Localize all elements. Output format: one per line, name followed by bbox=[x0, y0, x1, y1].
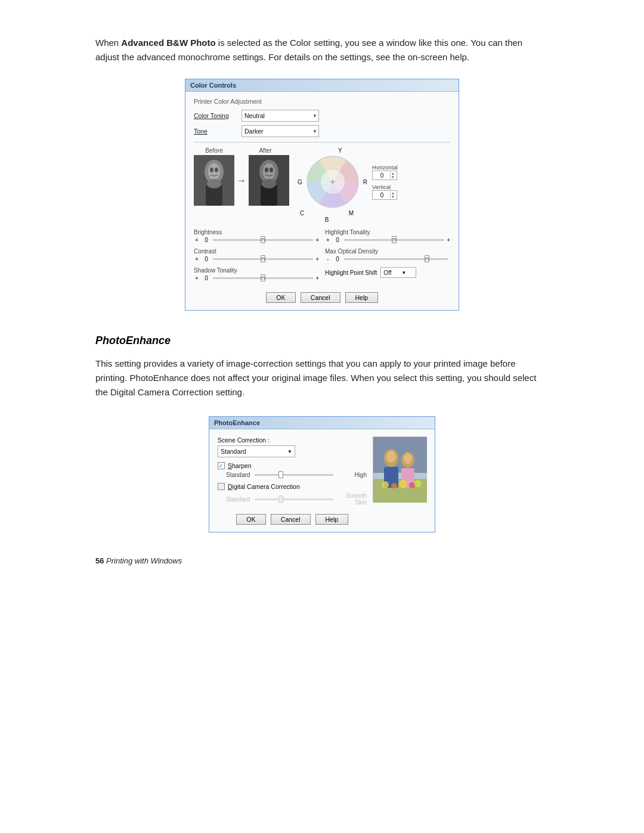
wheel-container: G bbox=[298, 155, 398, 209]
sharpen-track[interactable] bbox=[255, 474, 333, 476]
contrast-sign: + bbox=[194, 256, 200, 262]
contrast-title: Contrast bbox=[194, 248, 319, 255]
contrast-track[interactable]: ⊓ bbox=[213, 258, 313, 260]
tone-row: Tone Darker ▼ bbox=[194, 125, 450, 137]
shadow-thumb[interactable]: ⊓ bbox=[261, 274, 265, 281]
cm-labels: C M bbox=[300, 210, 354, 216]
highlight-point-shift-select[interactable]: Off ▼ bbox=[380, 267, 416, 278]
horizontal-input[interactable]: 0 ▲ ▼ bbox=[372, 171, 397, 180]
digital-camera-checkbox[interactable] bbox=[218, 483, 225, 490]
svg-point-28 bbox=[382, 481, 389, 488]
cc-help-button[interactable]: Help bbox=[345, 292, 379, 303]
contrast-thumb[interactable]: ⊓ bbox=[261, 255, 265, 262]
before-label: Before bbox=[194, 147, 234, 154]
highlight-tonality-title: Highlight Tonality bbox=[325, 229, 450, 236]
color-controls-title: Color Controls bbox=[190, 82, 236, 89]
color-toning-row: Color Toning Neutral ▼ bbox=[194, 110, 450, 122]
svg-point-13 bbox=[262, 179, 276, 188]
color-wheel-section: Y G bbox=[295, 147, 450, 223]
color-toning-label: Color Toning bbox=[194, 112, 242, 119]
scene-correction-row: Scene Correction : Standard ▼ bbox=[218, 436, 367, 457]
scene-correction-label: Scene Correction : bbox=[218, 436, 367, 444]
pe-help-button[interactable]: Help bbox=[315, 514, 349, 525]
horizontal-value: 0 bbox=[374, 172, 390, 179]
scene-correction-arrow-icon: ▼ bbox=[287, 449, 292, 454]
highlight-sign: + bbox=[325, 237, 331, 243]
brightness-thumb[interactable]: ⊓ bbox=[261, 236, 265, 243]
vertical-label: Vertical bbox=[372, 184, 398, 190]
shadow-track[interactable]: ⊓ bbox=[213, 277, 313, 279]
svg-point-4 bbox=[215, 168, 218, 172]
spacer bbox=[237, 147, 243, 154]
vertical-arrows[interactable]: ▲ ▼ bbox=[390, 191, 395, 199]
shadow-tonality-title: Shadow Tonality bbox=[194, 267, 319, 274]
svg-point-9 bbox=[263, 163, 275, 180]
sharpen-checkbox-row: ✓ Sharpen bbox=[218, 462, 367, 469]
tone-value: Darker bbox=[244, 128, 264, 135]
svg-point-2 bbox=[208, 163, 220, 180]
down-arrow[interactable]: ▼ bbox=[391, 175, 395, 179]
sliders-right: Highlight Tonality + 0 ⊓ + Max Optical D… bbox=[325, 229, 450, 286]
vertical-value: 0 bbox=[374, 192, 390, 199]
color-controls-buttons: OK Cancel Help bbox=[194, 292, 450, 303]
brightness-value: 0 bbox=[202, 237, 210, 243]
contrast-slider-row: + 0 ⊓ + bbox=[194, 256, 319, 262]
intro-bold-text: Advanced B&W Photo bbox=[121, 38, 215, 48]
color-toning-select[interactable]: Neutral ▼ bbox=[242, 110, 319, 122]
highlight-point-shift-row: Highlight Point Shift Off ▼ bbox=[325, 267, 450, 278]
tone-select[interactable]: Darker ▼ bbox=[242, 125, 319, 137]
max-density-value: 0 bbox=[333, 256, 342, 262]
scene-correction-select[interactable]: Standard ▼ bbox=[218, 445, 295, 457]
before-photo-svg bbox=[194, 155, 234, 206]
intro-text-before: When bbox=[95, 38, 121, 48]
highlight-value: 0 bbox=[333, 237, 342, 243]
footer-page-number: 56 bbox=[95, 556, 104, 565]
shadow-slider-row: + 0 ⊓ + bbox=[194, 275, 319, 281]
max-density-slider-row: - 0 ⊓ bbox=[325, 256, 450, 262]
sharpen-slider-row: Standard High bbox=[226, 472, 367, 478]
m-label: M bbox=[349, 210, 354, 216]
r-label: R bbox=[363, 179, 367, 185]
sliders-section: Brightness + 0 ⊓ + Contrast + bbox=[194, 229, 450, 286]
down-arrow-v[interactable]: ▼ bbox=[391, 195, 395, 199]
svg-point-32 bbox=[414, 480, 422, 487]
cc-cancel-button[interactable]: Cancel bbox=[301, 292, 340, 303]
shift-arrow-icon: ▼ bbox=[401, 270, 406, 275]
sharpen-thumb[interactable] bbox=[278, 471, 283, 478]
shadow-end: + bbox=[315, 275, 319, 281]
footer: 56 Printing with Windows bbox=[95, 556, 549, 565]
max-density-thumb[interactable]: ⊓ bbox=[425, 255, 429, 262]
b-label: B bbox=[300, 216, 354, 223]
svg-point-10 bbox=[265, 168, 268, 172]
brightness-track[interactable]: ⊓ bbox=[213, 239, 313, 241]
digital-camera-start: Standard bbox=[226, 496, 251, 503]
digital-camera-end: Smooth Skin bbox=[337, 493, 367, 506]
vertical-input[interactable]: 0 ▲ ▼ bbox=[372, 190, 397, 200]
y-label: Y bbox=[338, 147, 342, 154]
pe-ok-button[interactable]: OK bbox=[236, 514, 266, 525]
contrast-value: 0 bbox=[202, 256, 210, 262]
intro-paragraph: When Advanced B&W Photo is selected as t… bbox=[95, 36, 549, 64]
arrow-icon: → bbox=[237, 175, 246, 186]
sharpen-start: Standard bbox=[226, 472, 251, 478]
max-density-sign: - bbox=[325, 256, 331, 262]
digital-camera-thumb bbox=[278, 496, 283, 503]
highlight-thumb[interactable]: ⊓ bbox=[392, 236, 397, 243]
color-controls-body: Printer Color Adjustment Color Toning Ne… bbox=[185, 92, 459, 310]
pe-cancel-button[interactable]: Cancel bbox=[271, 514, 311, 525]
svg-point-3 bbox=[210, 168, 213, 172]
brightness-slider-row: + 0 ⊓ + bbox=[194, 237, 319, 243]
photo-enhance-dialog: PhotoEnhance Scene Correction : Standard… bbox=[209, 416, 435, 532]
vertical-spinner-group: Vertical 0 ▲ ▼ bbox=[372, 184, 398, 200]
pe-buttons: OK Cancel Help bbox=[218, 514, 367, 525]
svg-point-11 bbox=[270, 168, 273, 172]
sharpen-checkbox[interactable]: ✓ bbox=[218, 462, 225, 469]
horizontal-arrows[interactable]: ▲ ▼ bbox=[390, 172, 395, 179]
digital-camera-track bbox=[255, 498, 333, 500]
highlight-track[interactable]: ⊓ bbox=[344, 239, 444, 241]
svg-rect-20 bbox=[373, 437, 427, 473]
max-density-track[interactable]: ⊓ bbox=[344, 258, 448, 260]
shadow-sign: + bbox=[194, 275, 200, 281]
cc-ok-button[interactable]: OK bbox=[266, 292, 296, 303]
after-label: After bbox=[245, 147, 286, 154]
